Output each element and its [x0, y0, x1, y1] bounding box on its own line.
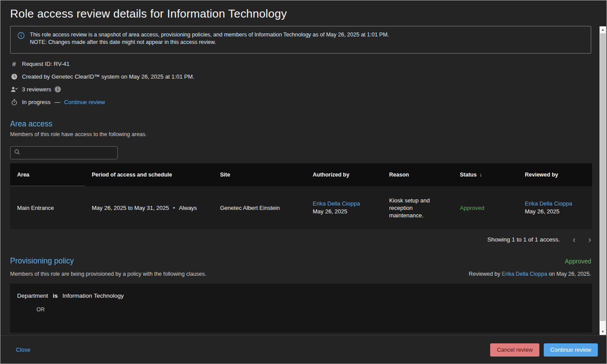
provisioning-reviewed-by: Reviewed by Erika Della Cioppa on May 26…: [469, 271, 591, 277]
role-access-review-page: Role access review details for Informati…: [0, 0, 607, 364]
review-status-row: In progress — Continue review: [10, 96, 591, 108]
reviewed-suffix: on May 26, 2025.: [549, 271, 591, 277]
info-banner-line1: This role access review is a snapshot of…: [30, 31, 389, 39]
period-dates: May 26, 2025 to May 31, 2025: [92, 205, 169, 211]
area-access-table: Area Period of access and schedule Site …: [10, 163, 592, 229]
area-search-box: [10, 146, 118, 159]
reviewed-date: May 26, 2025: [525, 208, 560, 215]
period-schedule: Always: [179, 205, 197, 211]
cell-status: Approved: [453, 205, 518, 211]
cell-reviewed-by: Erika Della Cioppa May 26, 2025: [518, 200, 592, 216]
cell-reason: Kiosk setup and reception maintenance.: [382, 197, 453, 219]
reviewers-count-text: 3 reviewers: [22, 86, 51, 93]
main-content: This role access review is a snapshot of…: [0, 26, 607, 333]
period-bullet: •: [173, 205, 175, 211]
cancel-review-button[interactable]: Cancel review: [490, 343, 539, 357]
request-id-row: # Request ID: RV-41: [10, 58, 591, 70]
created-by-text: Created by Genetec ClearID™ system on Ma…: [22, 73, 194, 80]
reason-text: Kiosk setup and reception maintenance.: [389, 197, 446, 219]
close-link[interactable]: Close: [16, 346, 30, 353]
policy-clause: Department is Information Technology: [17, 292, 585, 299]
previous-page-icon[interactable]: ‹: [573, 235, 576, 244]
page-title: Role access review details for Informati…: [0, 0, 607, 21]
timer-icon: [10, 99, 18, 106]
reviewed-by-link[interactable]: Erika Della Cioppa: [525, 200, 572, 207]
column-header-reason[interactable]: Reason: [382, 172, 453, 178]
provisioning-subtitle: Members of this role are being provision…: [10, 271, 206, 277]
table-header-row: Area Period of access and schedule Site …: [10, 163, 592, 186]
reviewer-person-icon: [10, 86, 18, 93]
clause-operator: is: [53, 292, 58, 299]
info-banner: This role access review is a snapshot of…: [10, 26, 591, 54]
cell-authorized-by: Erika Della Cioppa May 26, 2025: [306, 200, 382, 216]
info-icon: [18, 32, 25, 41]
status-badge: Approved: [460, 205, 484, 211]
clock-icon: [10, 73, 18, 80]
area-access-subtitle: Members of this role have access to the …: [10, 131, 591, 137]
continue-review-link[interactable]: Continue review: [64, 99, 105, 105]
table-row: Main Entrance May 26, 2025 to May 31, 20…: [10, 186, 592, 229]
status-dash: —: [54, 99, 60, 105]
column-header-site[interactable]: Site: [213, 172, 306, 178]
reviewers-info-icon[interactable]: [54, 86, 61, 93]
cell-area: Main Entrance: [10, 205, 85, 211]
scrollbar-thumb[interactable]: [600, 33, 606, 321]
column-header-area[interactable]: Area: [10, 163, 85, 186]
clause-value: Information Technology: [62, 292, 123, 299]
info-banner-text: This role access review is a snapshot of…: [30, 31, 389, 46]
footer-bar: Close Cancel review Continue review: [0, 335, 607, 364]
vertical-scrollbar[interactable]: ▲ ▼: [600, 26, 606, 335]
request-id-text: Request ID: RV-41: [22, 61, 69, 67]
column-header-status[interactable]: Status↓: [453, 172, 518, 178]
provisioning-status-badge: Approved: [565, 258, 591, 265]
cell-period: May 26, 2025 to May 31, 2025 • Always: [85, 205, 213, 211]
reviewers-row: 3 reviewers: [10, 83, 591, 96]
next-page-icon[interactable]: ›: [588, 235, 591, 244]
scroll-down-icon[interactable]: ▼: [600, 328, 606, 335]
policy-clauses-panel: Department is Information Technology OR: [10, 284, 592, 333]
column-header-authorized-by[interactable]: Authorized by: [306, 172, 382, 178]
authorized-by-link[interactable]: Erika Della Cioppa: [313, 200, 360, 207]
review-status-text: In progress: [22, 99, 51, 105]
provisioning-policy-heading: Provisioning policy: [10, 256, 74, 266]
clause-field: Department: [17, 292, 48, 299]
sort-descending-icon: ↓: [479, 172, 482, 178]
column-header-reviewed-by[interactable]: Reviewed by: [518, 172, 592, 178]
area-access-heading: Area access: [10, 119, 591, 129]
search-icon: [14, 149, 20, 157]
column-header-period[interactable]: Period of access and schedule: [85, 172, 213, 178]
scroll-up-icon[interactable]: ▲: [600, 26, 606, 33]
hash-icon: #: [10, 60, 18, 68]
authorized-date: May 26, 2025: [313, 208, 347, 215]
continue-review-button[interactable]: Continue review: [544, 343, 598, 357]
clause-logic-operator: OR: [36, 306, 585, 313]
cell-site: Genetec Albert Einstein: [213, 205, 306, 211]
search-input[interactable]: [23, 150, 114, 156]
review-metadata: # Request ID: RV-41 Created by Genetec C…: [10, 58, 591, 108]
info-banner-line2: NOTE: Changes made after this date might…: [30, 39, 389, 46]
provisioning-reviewer-link[interactable]: Erika Della Cioppa: [502, 271, 547, 277]
table-pagination: Showing 1 to 1 of 1 access. ‹ ›: [10, 235, 591, 244]
pagination-summary: Showing 1 to 1 of 1 access.: [488, 236, 560, 243]
created-by-row: Created by Genetec ClearID™ system on Ma…: [10, 70, 591, 83]
reviewed-prefix: Reviewed by: [469, 271, 500, 277]
